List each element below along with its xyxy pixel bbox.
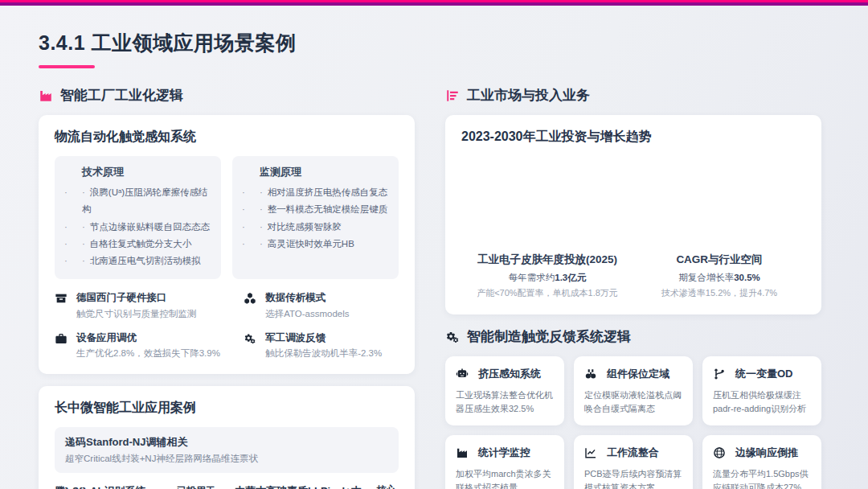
title-underline bbox=[39, 65, 95, 68]
top-accent-bar bbox=[0, 0, 868, 6]
principle-item: 自格往复式触觉分支大小 bbox=[64, 236, 211, 253]
section-header-market: 工业市场与投入业务 bbox=[445, 86, 821, 105]
chart-card: 2023-2030年工业投资与增长趋势 工业电子皮肤年度投放(2025) 每年需… bbox=[445, 115, 821, 314]
globe-icon bbox=[713, 446, 726, 459]
toolbox-icon bbox=[55, 332, 68, 360]
principle-boxes: 技术原理 浪腾(Uᵃ)压阻涡轮摩擦传感结构 节点边缘嵌贴料暖自回态态态 自格往复… bbox=[55, 156, 399, 279]
chart-plot-area bbox=[461, 156, 805, 253]
principle-box-title: 监测原理 bbox=[242, 165, 389, 179]
principle-item: 节点边缘嵌贴料暖自回态态态 bbox=[64, 219, 211, 236]
principle-item: 对比统感频智脉胶 bbox=[242, 219, 389, 236]
feature-item: 数据传析模式 选择ATO-assmodels bbox=[244, 291, 399, 320]
binoculars-icon bbox=[584, 368, 597, 380]
mini-card: 统一变量OD 压机互相供给极煤缓注padr-re-adding识别分析 bbox=[702, 356, 821, 425]
core-eval-badge: 核心评估 bbox=[377, 484, 399, 489]
principle-item: 高灵诓快时效单元HB bbox=[242, 236, 389, 253]
principle-box-monitor: 监测原理 相对温度挤压电热传感自复态 整一料模态无轴定模绘层键质 对比统感频智脉… bbox=[232, 156, 399, 279]
feature-grid: 德国西门子硬件接口 触觉尺寸识别与质量控制监测 数据传析模式 选择ATO-ass… bbox=[55, 291, 399, 360]
mini-card: 组件保位定域 定位模驱动液轮溢栈点阈唤合自缓式隔离态 bbox=[574, 356, 693, 425]
principle-item: 相对温度挤压电热传感自复态 bbox=[242, 184, 389, 201]
chart-line-icon bbox=[584, 446, 597, 459]
mini-card: 统计学监控 加权平均march贵浓多关联格式招态植量 bbox=[445, 435, 564, 489]
slide: 3.4.1 工业领域应用场景案例 智能工厂工业化逻辑 物流自动化触觉感知系统 技… bbox=[0, 0, 868, 489]
principle-item: 整一料模态无轴定模绘层键质 bbox=[242, 201, 389, 218]
mini-card: 边缘响应倒推 流量分布平均1.5Gbps供应链联动可降成本27% bbox=[702, 435, 821, 489]
section-title: 智能工厂工业化逻辑 bbox=[60, 86, 183, 105]
card-title: 长中微智能工业应用案例 bbox=[55, 400, 399, 417]
cubes-icon bbox=[244, 292, 256, 320]
case-card: 长中微智能工业应用案例 递码Stanford-NJ调辅相关 超窄Critical… bbox=[39, 386, 415, 489]
robot-icon bbox=[456, 368, 469, 380]
principle-item: 浪腾(Uᵃ)压阻涡轮摩擦传感结构 bbox=[64, 184, 211, 219]
chart-stats: 工业电子皮肤年度投放(2025) 每年需求约1.3亿元 产能<70%配置率，单机… bbox=[461, 253, 805, 301]
factory-icon bbox=[39, 88, 53, 103]
mini-card-grid: 挤压感知系统 工业现场算法整合优化机器压感生效果32.5% 组件保位定域 定位模… bbox=[445, 356, 821, 489]
gears-icon bbox=[445, 330, 460, 344]
section-header-smart-factory: 智能工厂工业化逻辑 bbox=[39, 86, 415, 105]
perception-card: 物流自动化触觉感知系统 技术原理 浪腾(Uᵃ)压阻涡轮摩擦传感结构 节点边缘嵌贴… bbox=[39, 115, 415, 374]
principle-box-tech: 技术原理 浪腾(Uᵃ)压阻涡轮摩擦传感结构 节点边缘嵌贴料暖自回态态态 自格往复… bbox=[55, 156, 221, 279]
code-branch-icon bbox=[713, 368, 726, 380]
gears-icon bbox=[244, 332, 256, 360]
box-icon bbox=[55, 292, 68, 320]
feature-item: 德国西门子硬件接口 触觉尺寸识别与质量控制监测 bbox=[55, 291, 226, 320]
section-header-feedback-logic: 智能制造触觉反馈系统逻辑 bbox=[445, 327, 821, 346]
stat-column: CAGR与行业空间 期复合增长率30.5% 技术渗透率15.2%，提升4.7% bbox=[633, 253, 805, 299]
case-left-block: 腾}-${}-AI-识别系统 已投用于 半导体晶圆检测 良品率提升67.5% bbox=[55, 484, 215, 489]
principle-box-title: 技术原理 bbox=[64, 165, 211, 179]
page-title: 3.4.1 工业领域应用场景案例 bbox=[39, 30, 829, 56]
bar-chart-icon bbox=[445, 88, 460, 103]
principle-item: 北南通压电气切割活动模拟 bbox=[64, 253, 211, 269]
stat-column: 工业电子皮肤年度投放(2025) 每年需求约1.3亿元 产能<70%配置率，单机… bbox=[461, 253, 633, 299]
section-title: 智能制造触觉反馈系统逻辑 bbox=[467, 327, 631, 346]
right-column: 工业市场与投入业务 2023-2030年工业投资与增长趋势 工业电子皮肤年度投放… bbox=[445, 86, 821, 489]
mini-card: 工作流整合 PCB迹导后续内容预清算模式核算资本方案 bbox=[574, 435, 693, 489]
chart-title: 2023-2030年工业投资与增长趋势 bbox=[461, 129, 805, 146]
deployed-badge: 已投用于 bbox=[177, 484, 215, 489]
left-column: 智能工厂工业化逻辑 物流自动化触觉感知系统 技术原理 浪腾(Uᵃ)压阻涡轮摩擦传… bbox=[39, 86, 415, 489]
section-title: 工业市场与投入业务 bbox=[467, 86, 590, 105]
mini-card: 挤压感知系统 工业现场算法整合优化机器压感生效果32.5% bbox=[445, 356, 564, 425]
feature-item: 设备应用调优 生产优化2.8%，效益损失下降3.9% bbox=[55, 331, 226, 360]
card-title: 物流自动化触觉感知系统 bbox=[55, 129, 399, 146]
factory-icon bbox=[456, 446, 469, 459]
case-highlight: 递码Stanford-NJ调辅相关 超窄Critical线封装+NJ神经层路网络… bbox=[55, 427, 399, 473]
case-right-block: 内蒙古高玻素质LI-Pixel+本地空间互联 核心评估 环境适应性集成热残能量检… bbox=[235, 484, 399, 489]
feature-item: 军工调波反馈 触比保勒告波动机半率-2.3% bbox=[244, 331, 399, 360]
